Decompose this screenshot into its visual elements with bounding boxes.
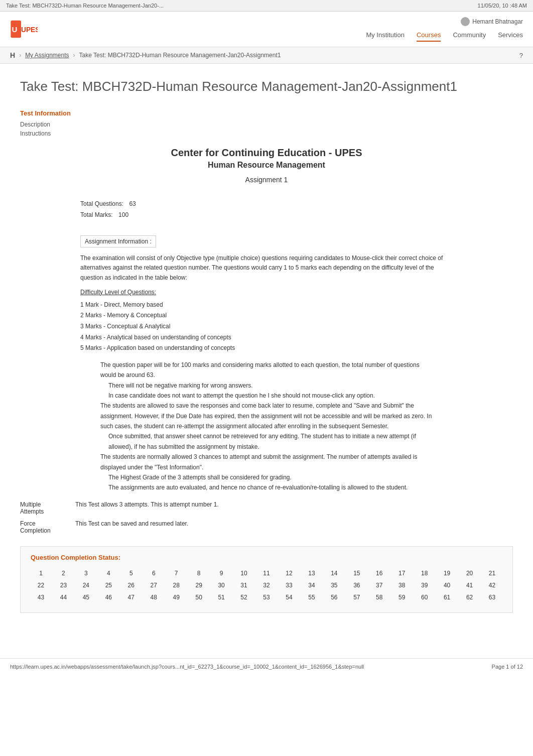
total-marks-value: 100 — [118, 211, 128, 218]
qc-item-9[interactable]: 9 — [211, 568, 232, 578]
qc-item-4[interactable]: 4 — [98, 568, 119, 578]
qc-item-50[interactable]: 50 — [189, 592, 209, 602]
qc-item-18[interactable]: 18 — [414, 568, 435, 578]
qc-item-23[interactable]: 23 — [53, 580, 74, 590]
svg-text:U: U — [12, 25, 17, 34]
qc-item-8[interactable]: 8 — [189, 568, 209, 578]
qc-item-35[interactable]: 35 — [324, 580, 344, 590]
question-completion-section: Question Completion Status: 123456789101… — [20, 546, 513, 613]
qc-item-29[interactable]: 29 — [189, 580, 209, 590]
qc-item-25[interactable]: 25 — [98, 580, 119, 590]
qc-item-21[interactable]: 21 — [482, 568, 502, 578]
qc-item-10[interactable]: 10 — [234, 568, 254, 578]
total-marks-label: Total Marks: — [80, 211, 113, 218]
user-nav: Hemant Bhatnagar My Institution Courses … — [366, 17, 523, 42]
footer-url: https://learn.upes.ac.in/webapps/assessm… — [10, 664, 364, 670]
description-row: Description — [20, 121, 513, 128]
indented-instructions: The question paper will be for 100 marks… — [100, 360, 433, 493]
multiple-attempts-value: This Test allows 3 attempts. This is att… — [75, 501, 513, 515]
qc-item-43[interactable]: 43 — [31, 592, 51, 602]
qc-item-47[interactable]: 47 — [121, 592, 142, 602]
qc-item-63[interactable]: 63 — [482, 592, 502, 602]
qc-item-44[interactable]: 44 — [53, 592, 74, 602]
qc-item-51[interactable]: 51 — [211, 592, 232, 602]
svg-text:UPES: UPES — [21, 26, 38, 34]
stats-block: Total Questions: 63 Total Marks: 100 — [80, 199, 453, 220]
force-completion-label: Force — [20, 520, 75, 527]
multiple-attempts-label: Multiple — [20, 501, 75, 508]
qc-item-48[interactable]: 48 — [144, 592, 164, 602]
qc-item-31[interactable]: 31 — [234, 580, 254, 590]
qc-item-36[interactable]: 36 — [346, 580, 367, 590]
qc-item-52[interactable]: 52 — [234, 592, 254, 602]
total-questions-label: Total Questions: — [80, 200, 123, 207]
qc-item-49[interactable]: 49 — [166, 592, 187, 602]
qc-item-6[interactable]: 6 — [144, 568, 164, 578]
qc-item-19[interactable]: 19 — [437, 568, 457, 578]
qc-item-34[interactable]: 34 — [301, 580, 322, 590]
nav-courses[interactable]: Courses — [417, 29, 441, 42]
upes-logo: U UPES — [10, 17, 38, 42]
qc-item-3[interactable]: 3 — [76, 568, 96, 578]
qc-item-17[interactable]: 17 — [391, 568, 412, 578]
qc-item-28[interactable]: 28 — [166, 580, 187, 590]
qc-item-40[interactable]: 40 — [437, 580, 457, 590]
qc-item-62[interactable]: 62 — [459, 592, 480, 602]
breadcrumb-bar: H › My Assignments › Take Test: MBCH732D… — [0, 47, 533, 64]
multiple-attempts-row: Multiple Attempts This Test allows 3 att… — [20, 501, 513, 515]
qc-item-24[interactable]: 24 — [76, 580, 96, 590]
nav-community[interactable]: Community — [453, 29, 486, 42]
qc-item-60[interactable]: 60 — [414, 592, 435, 602]
qc-item-30[interactable]: 30 — [211, 580, 232, 590]
qc-item-32[interactable]: 32 — [256, 580, 277, 590]
qc-item-27[interactable]: 27 — [144, 580, 164, 590]
qc-item-39[interactable]: 39 — [414, 580, 435, 590]
qc-item-26[interactable]: 26 — [121, 580, 142, 590]
qc-item-5[interactable]: 5 — [121, 568, 142, 578]
qc-header: Question Completion Status: — [31, 554, 502, 561]
qc-item-38[interactable]: 38 — [391, 580, 412, 590]
qc-item-33[interactable]: 33 — [279, 580, 299, 590]
user-avatar — [461, 17, 470, 26]
qc-item-45[interactable]: 45 — [76, 592, 96, 602]
qc-item-53[interactable]: 53 — [256, 592, 277, 602]
nav-services[interactable]: Services — [498, 29, 523, 42]
qc-item-13[interactable]: 13 — [301, 568, 322, 578]
difficulty-item-4: 4 Marks - Analytical based on understand… — [80, 332, 453, 343]
qc-item-1[interactable]: 1 — [31, 568, 51, 578]
qc-item-16[interactable]: 16 — [369, 568, 389, 578]
page-title: Take Test: MBCH732D-Human Resource Manag… — [20, 79, 513, 94]
breadcrumb-help[interactable]: ? — [519, 52, 523, 59]
qc-item-37[interactable]: 37 — [369, 580, 389, 590]
qc-item-41[interactable]: 41 — [459, 580, 480, 590]
qc-item-58[interactable]: 58 — [369, 592, 389, 602]
breadcrumb-my-assignments[interactable]: My Assignments — [25, 52, 69, 59]
qc-item-12[interactable]: 12 — [279, 568, 299, 578]
force-completion-value: This Test can be saved and resumed later… — [75, 520, 513, 534]
total-marks-line: Total Marks: 100 — [80, 210, 453, 221]
difficulty-list: 1 Mark - Direct, Memory based 2 Marks - … — [80, 300, 453, 354]
qc-item-14[interactable]: 14 — [324, 568, 344, 578]
qc-item-55[interactable]: 55 — [301, 592, 322, 602]
qc-item-22[interactable]: 22 — [31, 580, 51, 590]
qc-item-2[interactable]: 2 — [53, 568, 74, 578]
qc-item-56[interactable]: 56 — [324, 592, 344, 602]
footer-page-info: Page 1 of 12 — [492, 664, 523, 670]
browser-datetime: 11/05/20, 10 :48 AM — [478, 3, 527, 9]
force-completion-label-2: Completion — [20, 527, 75, 534]
qc-item-7[interactable]: 7 — [166, 568, 187, 578]
qc-item-46[interactable]: 46 — [98, 592, 119, 602]
qc-item-15[interactable]: 15 — [346, 568, 367, 578]
test-info-header: Test Information — [20, 109, 513, 117]
qc-item-42[interactable]: 42 — [482, 580, 502, 590]
qc-item-11[interactable]: 11 — [256, 568, 277, 578]
qc-item-59[interactable]: 59 — [391, 592, 412, 602]
qc-item-61[interactable]: 61 — [437, 592, 457, 602]
qc-item-20[interactable]: 20 — [459, 568, 480, 578]
assignment-info-box: Assignment Information : — [80, 235, 156, 247]
qc-item-54[interactable]: 54 — [279, 592, 299, 602]
nav-my-institution[interactable]: My Institution — [366, 29, 405, 42]
breadcrumb-home[interactable]: H — [10, 51, 15, 59]
qc-item-57[interactable]: 57 — [346, 592, 367, 602]
multiple-attempts-label-2: Attempts — [20, 508, 75, 515]
